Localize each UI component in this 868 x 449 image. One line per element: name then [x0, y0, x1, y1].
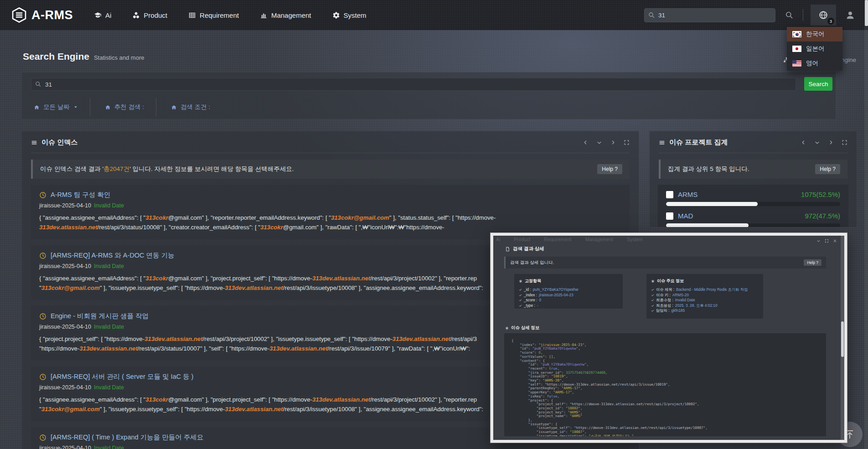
brand[interactable]: A-RMS: [11, 7, 73, 23]
page-scrollbar: [864, 0, 868, 449]
filter-3[interactable]: 검색 조건 :: [168, 103, 222, 111]
filter-1[interactable]: 모든 날짜: [31, 103, 90, 111]
close-button[interactable]: [833, 239, 837, 243]
modal-controls: [816, 239, 837, 243]
aggregate-info: 집계 결과 상위 5 항목 입니다. Help ?: [659, 160, 847, 179]
brand-text: A-RMS: [31, 8, 73, 22]
globe-icon: [818, 10, 828, 20]
aggregate-list: ARMS1075(52.5%)MAD972(47.5%): [658, 185, 848, 227]
expand-button[interactable]: [624, 139, 630, 145]
issue-meta: jiraissue-2025-04-10Invalid Date: [39, 445, 621, 449]
lang-option-label: 영어: [806, 59, 818, 67]
fixed-fields-box: 고정항목 _id : puN_YZYBaKa7OYiqwshw_index : …: [514, 274, 623, 309]
chevron-down-button[interactable]: [816, 239, 821, 243]
asterisk-icon: [519, 279, 522, 283]
hamburger-icon: [31, 139, 37, 146]
issue-index-info: 이슈 인덱스 검색 결과 '총2047건' 입니다. 자세한 정보를 보시려면 …: [31, 160, 630, 179]
main-search-input[interactable]: [31, 78, 796, 91]
issue-date: Invalid Date: [94, 384, 124, 391]
search-icon: [785, 10, 794, 20]
issue-card[interactable]: A-RMS 팀 구성 확인jiraissue-2025-04-10Invalid…: [31, 185, 630, 239]
lang-option-label: 한국어: [806, 30, 825, 38]
hamburger-icon: [659, 139, 665, 146]
chevron-right-button[interactable]: [610, 139, 616, 145]
issue-title-link[interactable]: [ARMS-REQ] ( Time ) Expand 기능을 만들어 주세요: [51, 433, 203, 442]
kv-row: 이슈 키 : ARMS-20: [651, 293, 759, 298]
language-dropdown: 한국어일본어영어: [787, 27, 842, 71]
expand-button[interactable]: [825, 239, 829, 243]
search-icon: [648, 11, 655, 19]
modal-ghost-nav: AiProductRequirementManagementSystem: [496, 237, 835, 242]
divider: [31, 153, 630, 153]
issue-title-link[interactable]: [ARMS-REQ] A-RMS 와 A-DOC 연동 기능: [51, 251, 175, 260]
filter-2[interactable]: 추천 검색 :: [102, 103, 156, 111]
page-scrollbar-thumb[interactable]: [865, 0, 868, 26]
user-icon-button[interactable]: [843, 8, 857, 22]
kv-row: 최초생성 : 2025. 3. 28. 오후 4:02:10: [651, 303, 759, 309]
kv-value: gkfn185: [672, 308, 685, 314]
nav-item-management[interactable]: Management: [260, 11, 311, 19]
chevron-left-button[interactable]: [801, 139, 806, 145]
checkbox[interactable]: [666, 212, 673, 220]
nav-item-product[interactable]: Product: [132, 11, 167, 19]
kv-row: _index : jiraissue-2025-04-23: [519, 293, 618, 298]
kv-value: ARMS-20: [672, 293, 689, 298]
modal-title: 검색 결과 상세: [505, 246, 544, 252]
project-name[interactable]: ARMS: [678, 191, 698, 198]
issue-main-info-box: 이슈 주요 정보 이슈 제목 : Backend - Middle Proxy …: [646, 274, 763, 319]
lang-option-jp[interactable]: 일본어: [787, 41, 842, 56]
nav-menu: AiProductRequirementManagementSystem: [94, 11, 367, 19]
check-icon: [651, 309, 654, 312]
chevron-left-icon: [801, 139, 806, 145]
kv-value: puN_YZYBaKa7OYiqwshw: [533, 287, 579, 293]
page-subtitle: Statistics and more: [94, 54, 145, 61]
issue-title-link[interactable]: Engine - 비회원 게시판 샘플 작업: [51, 312, 149, 320]
help-button[interactable]: Help ?: [815, 164, 840, 174]
close-icon: [833, 239, 837, 243]
code-line: "issuetype_description": "소규모 개별 업무입니다."…: [512, 434, 826, 436]
checkbox[interactable]: [666, 191, 673, 198]
help-button[interactable]: Help ?: [597, 164, 622, 174]
modal-scrollbar-thumb[interactable]: [841, 321, 844, 357]
filter-label: 추천 검색 :: [114, 103, 144, 111]
chevron-left-button[interactable]: [583, 139, 589, 145]
main-search: [31, 78, 796, 91]
search-icon-button[interactable]: [783, 9, 796, 21]
aggregate-header: 이슈 프로젝트 집계: [650, 131, 857, 153]
language-button[interactable]: 3: [811, 5, 836, 26]
issue-date: Invalid Date: [94, 324, 124, 330]
nav-search-input[interactable]: [644, 8, 775, 22]
search-icon: [648, 11, 655, 19]
nav-item-system[interactable]: System: [332, 11, 367, 19]
issue-title-link[interactable]: A-RMS 팀 구성 확인: [51, 191, 110, 199]
kv-value: jiraissue-2025-04-23: [539, 293, 574, 298]
nav-item-requirement[interactable]: Requirement: [188, 11, 239, 19]
help-button[interactable]: Help ?: [804, 259, 822, 266]
issue-date: Invalid Date: [94, 202, 124, 209]
graduation-cap-icon: [94, 11, 102, 19]
chevron-left-icon: [583, 139, 589, 145]
code-line: "project_name": "ARMS": [512, 414, 826, 418]
issue-main-info-title: 이슈 주요 정보: [651, 278, 759, 284]
issue-body-line: { "assignee.assignee_emailAddress": [ "3…: [39, 213, 621, 222]
modal-scrollbar: [841, 236, 844, 440]
chevron-down-button[interactable]: [814, 139, 820, 145]
lang-option-kr[interactable]: 한국어: [787, 27, 842, 41]
check-icon: [519, 299, 522, 302]
check-icon: [519, 294, 522, 297]
chevron-right-button[interactable]: [828, 139, 834, 145]
nav-item-ai[interactable]: Ai: [94, 11, 111, 19]
search-result-detail-modal: AiProductRequirementManagementSystem 검색 …: [491, 233, 847, 443]
expand-button[interactable]: [842, 139, 847, 145]
kv-row: 최종수정 : Invalid Date: [651, 298, 759, 303]
table-icon: [188, 11, 196, 19]
search-button[interactable]: Search: [804, 77, 832, 91]
navbar: A-RMS AiProductRequirementManagementSyst…: [0, 0, 868, 30]
project-name[interactable]: MAD: [678, 212, 693, 220]
chevron-down-button[interactable]: [596, 139, 602, 145]
lang-option-us[interactable]: 영어: [787, 56, 842, 71]
clock-icon: [39, 434, 46, 441]
issue-title-link[interactable]: [ARMS-REQ] 서버 관리 ( Server 모듈 및 IaC 등 ): [51, 372, 193, 381]
issue-meta: jiraissue-2025-04-10Invalid Date: [39, 202, 621, 209]
issue-detail-title: 이슈 상세 정보: [505, 325, 539, 331]
